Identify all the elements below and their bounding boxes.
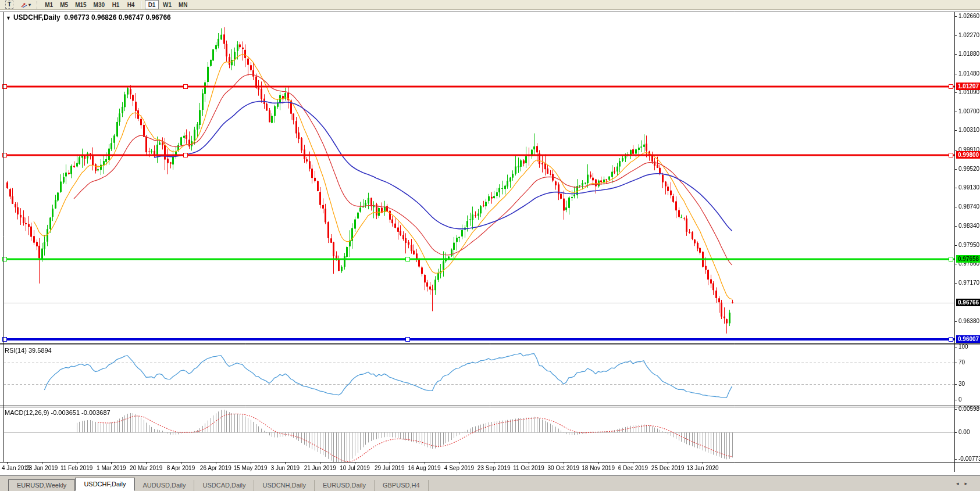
chart-tab-bar: EURUSD,WeeklyUSDCHF,DailyAUDUSD,DailyUSD… [0, 475, 980, 491]
date-axis-label-17: 18 Nov 2019 [582, 465, 615, 471]
timeframe-button-H4[interactable]: H4 [124, 0, 138, 9]
date-axis-label-2: 11 Feb 2019 [60, 465, 92, 471]
chart-title: ▼USDCHF,Daily 0.96773 0.96826 0.96747 0.… [6, 13, 171, 21]
timeframe-button-M5[interactable]: M5 [57, 0, 71, 9]
price-axis-tick-0.99520: 0.99520 [958, 166, 979, 172]
chart-tab-eurusd-weekly[interactable]: EURUSD,Weekly [8, 479, 75, 491]
rsi-axis-tick-0: 0 [958, 396, 962, 403]
price-axis-tick-0.98340: 0.98340 [958, 223, 979, 229]
date-axis-label-11: 29 Jul 2019 [375, 465, 405, 471]
date-axis-label-13: 4 Sep 2019 [444, 465, 474, 471]
chart-ohlc-values: 0.96773 0.96826 0.96747 0.96766 [64, 13, 171, 21]
chart-area: ▼USDCHF,Daily 0.96773 0.96826 0.96747 0.… [0, 10, 980, 475]
price-level-chip-0.99800[interactable]: 0.99800 [956, 151, 980, 159]
timeframe-button-group: M1M5M15M30H1H4D1W1MN [42, 0, 190, 9]
timeframe-button-W1[interactable]: W1 [160, 0, 174, 9]
date-axis-label-9: 21 Jun 2019 [304, 465, 336, 471]
price-axis-tick-1.00310: 1.00310 [958, 127, 979, 133]
price-axis-tick-1.00700: 1.00700 [958, 108, 979, 114]
chart-tab-eurusd-daily[interactable]: EURUSD,Daily [315, 480, 375, 491]
text-tool-button[interactable]: T [2, 0, 16, 9]
rsi-axis-tick-70: 70 [958, 359, 965, 365]
timeframe-button-M15[interactable]: M15 [72, 0, 89, 9]
chart-symbol-label: USDCHF,Daily [13, 13, 60, 21]
date-axis-label-16: 30 Oct 2019 [548, 465, 579, 471]
dropdown-caret-icon: ▾ [28, 2, 31, 8]
rsi-name: RSI(14) [5, 347, 27, 354]
timeframe-button-MN[interactable]: MN [176, 0, 191, 9]
timeframe-button-M1[interactable]: M1 [42, 0, 56, 9]
price-axis-tick-0.97170: 0.97170 [958, 279, 979, 286]
chart-tab-usdchf-daily[interactable]: USDCHF,Daily [75, 478, 134, 491]
price-axis-tick-1.01480: 1.01480 [958, 70, 979, 77]
chart-tab-gbpusd-h4[interactable]: GBPUSD,H4 [375, 480, 429, 491]
price-axis-tick-0.99130: 0.99130 [958, 184, 979, 191]
tab-scroll-left-icon[interactable]: ◂ [956, 481, 959, 486]
price-level-chip-1.01207[interactable]: 1.01207 [956, 83, 980, 90]
chart-tab-usdcnh-daily[interactable]: USDCNH,Daily [254, 480, 315, 491]
tab-scroll-controls: ◂ ▸ [956, 476, 967, 491]
macd-values: -0.003651 -0.003687 [51, 409, 110, 416]
macd-indicator-label: MACD(12,26,9) -0.003651 -0.003687 [5, 409, 111, 416]
price-level-chip-0.96007[interactable]: 0.96007 [956, 335, 980, 343]
date-axis-label-1: 23 Jan 2019 [26, 465, 58, 471]
date-axis-label-6: 26 Apr 2019 [200, 465, 231, 471]
date-axis-label-7: 15 May 2019 [234, 465, 268, 471]
price-level-chip-0.97658[interactable]: 0.97658 [956, 255, 980, 263]
price-axis-tick-0.97950: 0.97950 [958, 242, 979, 248]
rsi-value: 39.5894 [28, 347, 52, 354]
current-price-chip: 0.96766 [956, 299, 980, 306]
text-tool-icon: T [5, 1, 13, 9]
macd-name: MACD(12,26,9) [5, 409, 49, 416]
chart-tab-audusd-daily[interactable]: AUDUSD,Daily [135, 480, 195, 491]
date-axis-label-8: 3 Jun 2019 [271, 465, 300, 471]
price-axis-tick-1.01880: 1.01880 [958, 51, 979, 57]
chart-tab-usdcad-daily[interactable]: USDCAD,Daily [194, 480, 254, 491]
date-axis-label-20: 13 Jan 2020 [686, 465, 718, 471]
date-axis-label-5: 8 Apr 2019 [167, 465, 195, 471]
date-axis-label-14: 23 Sep 2019 [477, 465, 511, 471]
chart-tabs: EURUSD,WeeklyUSDCHF,DailyAUDUSD,DailyUSD… [8, 478, 429, 491]
date-axis-label-19: 25 Dec 2019 [651, 465, 685, 471]
diagonal-arrows-icon [20, 2, 28, 8]
timeframe-button-M30[interactable]: M30 [91, 0, 108, 9]
price-chart-canvas[interactable] [0, 10, 980, 475]
rsi-axis-tick-30: 30 [958, 381, 965, 387]
chart-toolbar: T ▾ M1M5M15M30H1H4D1W1MN [0, 0, 980, 10]
date-axis-label-10: 10 Jul 2019 [340, 465, 370, 471]
arrow-tool-button[interactable]: ▾ [17, 0, 34, 9]
toolbar-grip [37, 1, 39, 9]
price-axis-tick-1.02660: 1.02660 [958, 13, 979, 19]
timeframe-button-H1[interactable]: H1 [109, 0, 123, 9]
macd-axis-tick--0.007737: -0.007737 [958, 456, 980, 462]
price-axis-tick-0.98740: 0.98740 [958, 203, 979, 210]
price-axis-tick-1.02270: 1.02270 [958, 32, 979, 38]
date-axis-label-12: 16 Aug 2019 [408, 465, 441, 471]
trading-terminal-window: T ▾ M1M5M15M30H1H4D1W1MN ▼USDCHF,Daily 0… [0, 0, 980, 491]
date-axis-label-3: 1 Mar 2019 [97, 465, 126, 471]
macd-axis-tick-0.005986: 0.005986 [958, 406, 980, 412]
date-axis-label-4: 20 Mar 2019 [130, 465, 162, 471]
date-axis-label-18: 6 Dec 2019 [618, 465, 648, 471]
macd-axis-tick-0.00: 0.00 [958, 429, 970, 435]
timeframe-button-D1[interactable]: D1 [145, 0, 159, 9]
rsi-indicator-label: RSI(14) 39.5894 [5, 347, 52, 354]
rsi-axis-tick-100: 100 [958, 343, 968, 350]
toolbar-separator [141, 1, 142, 9]
collapse-triangle-icon: ▼ [6, 15, 11, 21]
date-axis-label-15: 11 Oct 2019 [513, 465, 544, 471]
price-axis-tick-0.96380: 0.96380 [958, 318, 979, 324]
tab-scroll-right-icon[interactable]: ▸ [964, 481, 967, 486]
